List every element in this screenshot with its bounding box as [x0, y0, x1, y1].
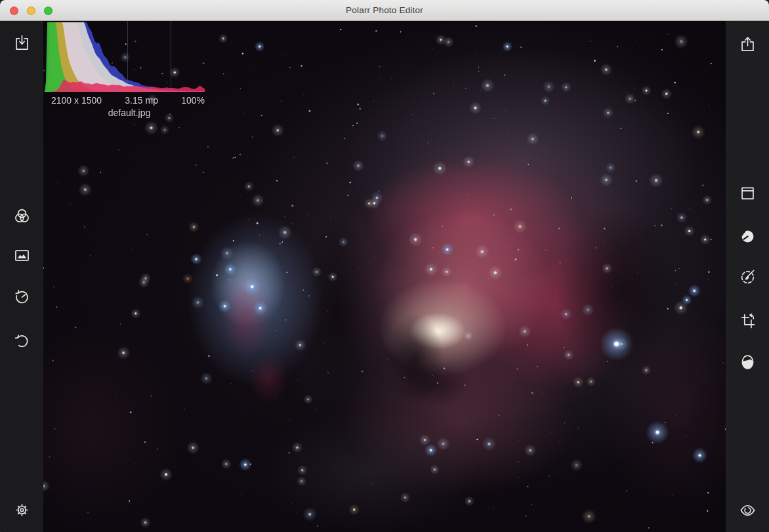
app-window: Polarr Photo Editor — [0, 0, 769, 532]
show-original-eye-icon — [739, 501, 757, 519]
history-icon — [13, 288, 31, 306]
main-content: 2100 x 1500 3.15 mp 100% default.jpg — [0, 21, 769, 532]
show-original-button[interactable] — [734, 497, 760, 523]
history-button[interactable] — [9, 283, 35, 310]
face-button[interactable] — [734, 348, 760, 375]
right-toolbar — [726, 21, 769, 532]
photo-library-button[interactable] — [9, 242, 35, 268]
brush-button[interactable] — [734, 263, 760, 289]
undo-button[interactable] — [9, 327, 35, 354]
traffic-lights — [10, 7, 52, 15]
minimize-button[interactable] — [27, 7, 35, 15]
color-circles-icon — [13, 207, 31, 225]
zoom-button[interactable] — [44, 7, 52, 15]
adjust-dial-icon — [739, 228, 757, 245]
crop-rotate-icon — [739, 312, 757, 330]
image-icon — [13, 247, 31, 264]
window-titlebar: Polarr Photo Editor — [0, 0, 769, 21]
brush-icon — [739, 268, 757, 285]
import-button[interactable] — [9, 30, 35, 56]
photo-canvas-area: 2100 x 1500 3.15 mp 100% default.jpg — [43, 21, 726, 532]
frame-icon — [739, 184, 757, 202]
filters-button[interactable] — [9, 203, 35, 229]
window-title: Polarr Photo Editor — [346, 5, 423, 15]
settings-gear-icon — [13, 501, 31, 519]
crop-button[interactable] — [734, 308, 760, 334]
close-button[interactable] — [10, 7, 18, 15]
settings-button[interactable] — [9, 497, 35, 523]
frames-button[interactable] — [734, 180, 760, 206]
export-button[interactable] — [734, 31, 760, 57]
adjust-button[interactable] — [734, 223, 760, 249]
import-icon — [13, 34, 31, 52]
face-icon — [739, 353, 757, 371]
export-icon — [739, 35, 757, 53]
photo[interactable] — [43, 21, 726, 532]
undo-icon — [13, 332, 31, 350]
left-toolbar — [0, 21, 43, 532]
